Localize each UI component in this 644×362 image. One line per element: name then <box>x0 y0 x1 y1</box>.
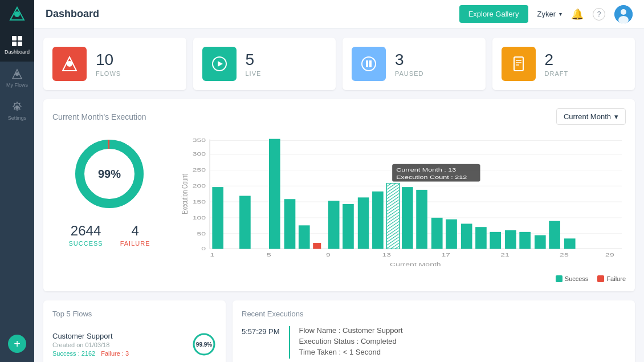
exec-status: Execution Status : Completed <box>299 337 403 345</box>
draft-icon <box>502 47 536 81</box>
bar-6 <box>284 199 296 249</box>
exec-time-label: Time Taken : <box>299 348 343 356</box>
chart-legend: Success Failure <box>178 275 626 282</box>
bar-7 <box>299 225 310 249</box>
svg-text:1: 1 <box>210 251 214 258</box>
donut-section: 99% 2644 SUCCESS 4 FAILURE <box>52 134 166 282</box>
exec-status-value: Completed <box>361 337 397 345</box>
svg-point-10 <box>621 9 626 15</box>
svg-text:Execution Count : 212: Execution Count : 212 <box>396 174 467 180</box>
bar-1 <box>212 187 223 249</box>
bar-18 <box>461 223 472 249</box>
bar-3 <box>239 196 251 249</box>
success-count: 2644 <box>68 223 103 239</box>
bar-17 <box>446 219 457 249</box>
legend-success-dot <box>556 275 563 282</box>
bar-9 <box>328 201 340 249</box>
svg-text:100: 100 <box>193 214 206 221</box>
recent-executions-title: Recent Executions <box>242 310 626 318</box>
live-icon <box>202 47 237 81</box>
flows-label: FLOWS <box>96 70 121 77</box>
current-month-dropdown[interactable]: Current Month ▾ <box>556 108 626 125</box>
exec-details: Flow Name : Customer Support Execution S… <box>299 326 403 359</box>
paused-count: 3 <box>395 51 423 69</box>
exec-flow-name-label: Flow Name : <box>299 326 343 335</box>
donut-percent: 99% <box>98 168 121 181</box>
page-title: Dashboard <box>46 8 459 20</box>
failure-stat: 4 FAILURE <box>120 223 150 247</box>
sidebar-item-dashboard-label: Dashboard <box>5 49 30 55</box>
flow-item-1-progress: 99.9% <box>191 332 217 357</box>
sidebar: Dashboard My Flows Settings + <box>0 0 34 362</box>
dropdown-label: Current Month <box>564 112 611 121</box>
top-flows-panel: Top 5 Flows Customer Support Created on … <box>43 300 226 362</box>
bell-icon[interactable]: 🔔 <box>571 8 584 21</box>
svg-text:9: 9 <box>326 251 331 258</box>
help-icon[interactable]: ? <box>593 8 605 21</box>
paused-icon <box>352 47 386 81</box>
avatar[interactable] <box>614 5 633 23</box>
execution-section-title: Current Month's Execution <box>52 112 146 121</box>
flow-item-1-pct: 99.9% <box>196 341 212 348</box>
flows-count: 10 <box>96 51 121 69</box>
flow-item-1-name: Customer Support <box>52 332 129 340</box>
exec-time-taken: Time Taken : < 1 Second <box>299 348 403 356</box>
svg-text:250: 250 <box>193 166 206 173</box>
exec-time-value: < 1 Second <box>343 348 381 356</box>
legend-success: Success <box>556 275 589 282</box>
sidebar-item-myflows[interactable]: My Flows <box>0 62 34 95</box>
svg-rect-4 <box>12 42 17 46</box>
bar-19 <box>475 227 487 249</box>
header: Dashboard Explore Gallery Zyker ▾ 🔔 ? <box>34 0 644 29</box>
svg-point-1 <box>14 11 20 17</box>
chevron-down-icon: ▾ <box>614 112 618 121</box>
bar-24 <box>549 221 560 249</box>
stat-card-live: 5 LIVE <box>193 38 336 90</box>
flow-item-1-failure: Failure : 3 <box>101 350 129 357</box>
sidebar-item-settings[interactable]: Settings <box>0 95 34 128</box>
sidebar-item-dashboard[interactable]: Dashboard <box>0 29 34 62</box>
bar-11 <box>358 197 369 249</box>
svg-text:29: 29 <box>605 251 614 258</box>
recent-execution-item-1: 5:57:29 PM Flow Name : Customer Support … <box>242 326 626 359</box>
chevron-down-icon: ▾ <box>559 11 562 17</box>
svg-point-7 <box>15 72 19 76</box>
exec-status-label: Execution Status : <box>299 337 361 345</box>
stats-row: 10 FLOWS 5 LIVE <box>43 38 635 90</box>
svg-text:25: 25 <box>560 251 569 258</box>
paused-label: PAUSED <box>395 70 423 77</box>
bar-12 <box>372 192 384 249</box>
bottom-row: Top 5 Flows Customer Support Created on … <box>43 300 635 362</box>
user-menu[interactable]: Zyker ▾ <box>537 10 563 18</box>
main-content: Dashboard Explore Gallery Zyker ▾ 🔔 ? <box>34 0 644 362</box>
svg-rect-3 <box>18 36 22 40</box>
svg-text:Current Month: Current Month <box>390 262 441 268</box>
draft-label: DRAFT <box>545 70 569 77</box>
svg-text:Execution Count: Execution Count <box>180 174 189 214</box>
svg-text:0: 0 <box>201 246 206 252</box>
failure-count: 4 <box>120 223 150 239</box>
exec-time: 5:57:29 PM <box>242 326 280 336</box>
recent-executions-panel: Recent Executions 5:57:29 PM Flow Name :… <box>233 300 635 362</box>
svg-text:Current Month : 13: Current Month : 13 <box>396 167 456 173</box>
stat-card-flows: 10 FLOWS <box>43 38 186 90</box>
sidebar-item-settings-label: Settings <box>8 115 27 121</box>
svg-rect-18 <box>369 60 372 67</box>
content-area: 10 FLOWS 5 LIVE <box>34 29 644 362</box>
explore-gallery-button[interactable]: Explore Gallery <box>459 5 528 23</box>
svg-marker-15 <box>218 61 223 67</box>
flow-item-1: Customer Support Created on 01/03/18 Suc… <box>52 326 217 362</box>
donut-chart: 99% <box>70 134 149 214</box>
svg-text:5: 5 <box>267 251 271 258</box>
svg-rect-5 <box>18 42 22 46</box>
exec-flow-name-value: Customer Support <box>343 326 403 335</box>
svg-text:21: 21 <box>500 251 510 258</box>
svg-point-16 <box>362 57 376 71</box>
add-button[interactable]: + <box>8 335 26 353</box>
live-count: 5 <box>246 51 262 69</box>
bar-25 <box>564 238 576 249</box>
header-actions: Explore Gallery Zyker ▾ 🔔 ? <box>459 5 633 23</box>
bar-10 <box>343 204 354 249</box>
sidebar-item-myflows-label: My Flows <box>6 82 28 88</box>
donut-stats: 2644 SUCCESS 4 FAILURE <box>68 223 150 247</box>
